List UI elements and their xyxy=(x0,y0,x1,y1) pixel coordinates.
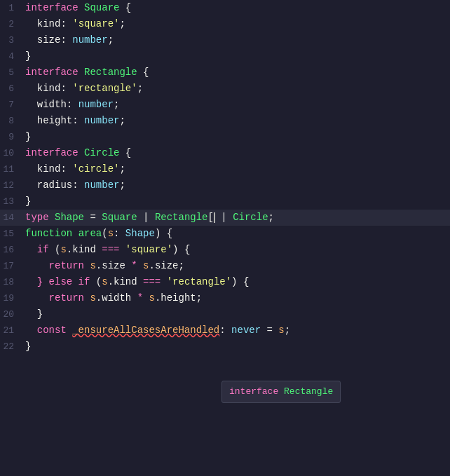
code-line: 20 } xyxy=(0,306,450,322)
token: s xyxy=(108,228,114,239)
token: : xyxy=(114,228,125,239)
token: kind xyxy=(25,163,60,175)
token: Shape xyxy=(125,228,155,239)
token: ; xyxy=(119,18,125,29)
code-line: 6 kind: 'rectangle'; xyxy=(0,81,450,97)
line-number: 4 xyxy=(0,49,25,64)
token: interface xyxy=(25,147,79,158)
line-number: 18 xyxy=(0,275,25,290)
token xyxy=(79,147,84,158)
token: ; xyxy=(178,260,184,271)
token: number xyxy=(72,34,107,46)
line-content: kind: 'circle'; xyxy=(25,161,450,177)
line-content: const _ensureAllCasesAreHandled: never =… xyxy=(25,322,450,338)
token: width xyxy=(102,292,131,304)
line-number: 21 xyxy=(0,323,25,339)
token: function xyxy=(25,228,72,239)
code-line: 4} xyxy=(0,48,450,64)
line-number: 7 xyxy=(0,97,25,113)
line-content: height: number; xyxy=(25,113,450,128)
token: } xyxy=(25,50,31,62)
token: number xyxy=(84,179,119,191)
token: kind xyxy=(114,276,137,287)
token: : xyxy=(60,163,72,175)
token: ( xyxy=(102,228,107,239)
code-line: 11 kind: 'circle'; xyxy=(0,161,450,177)
token: Rectangle xyxy=(155,212,208,223)
tooltip-keyword: interface xyxy=(229,386,278,397)
code-line: 16 if (s.kind === 'square') { xyxy=(0,242,450,258)
token: 'rectangle' xyxy=(72,83,137,94)
code-line: 15function area(s: Shape) { xyxy=(0,226,450,242)
code-line: 18 } else if (s.kind === 'rectangle') { xyxy=(0,274,450,290)
token: { xyxy=(119,2,131,13)
token: . xyxy=(96,260,102,271)
token: * xyxy=(131,260,137,271)
token xyxy=(79,2,84,13)
token: s xyxy=(60,244,66,255)
line-number: 10 xyxy=(0,146,25,161)
token: { xyxy=(137,67,149,78)
code-line: 19 return s.width * s.height; xyxy=(0,290,450,306)
token: | xyxy=(137,212,155,223)
line-content: } xyxy=(25,129,450,144)
token: kind xyxy=(25,18,60,29)
token: . xyxy=(108,276,114,287)
code-line: 17 return s.size * s.size; xyxy=(0,258,450,274)
line-number: 3 xyxy=(0,33,25,48)
line-number: 16 xyxy=(0,243,25,258)
line-number: 19 xyxy=(0,291,25,306)
token: Circle xyxy=(233,212,268,223)
line-content: return s.width * s.height; xyxy=(25,290,450,306)
token: { xyxy=(119,147,131,158)
code-line: 9} xyxy=(0,129,450,145)
line-content: type Shape = Square | Rectangle[ | Circl… xyxy=(25,210,450,225)
token: = xyxy=(261,325,278,336)
token: return xyxy=(25,260,84,271)
token: size xyxy=(25,34,60,46)
code-line: 14type Shape = Square | Rectangle[ | Cir… xyxy=(0,210,450,226)
line-number: 15 xyxy=(0,226,25,242)
line-content: } else if (s.kind === 'rectangle') { xyxy=(25,274,450,290)
token: if xyxy=(25,244,49,255)
token xyxy=(67,325,72,336)
token: width xyxy=(25,99,67,110)
tooltip-type: Rectangle xyxy=(284,386,333,397)
token: interface xyxy=(25,67,79,78)
token: s xyxy=(102,276,107,287)
token: Rectangle xyxy=(84,67,137,78)
token: . xyxy=(67,244,72,255)
token: ( xyxy=(49,244,61,255)
token: * xyxy=(137,292,143,304)
token: = xyxy=(84,212,102,223)
line-content: kind: 'square'; xyxy=(25,16,450,32)
token: } else if xyxy=(25,276,90,287)
line-number: 20 xyxy=(0,307,25,322)
token xyxy=(137,260,143,271)
token: Square xyxy=(84,2,119,13)
token xyxy=(131,292,137,304)
line-number: 11 xyxy=(0,162,25,177)
token: === xyxy=(96,244,125,255)
token: type xyxy=(25,212,49,223)
token: ; xyxy=(108,34,114,46)
token: ( xyxy=(90,276,102,287)
token: : xyxy=(60,83,72,94)
token xyxy=(125,260,131,271)
line-number: 12 xyxy=(0,178,25,193)
line-number: 9 xyxy=(0,130,25,145)
code-line: 7 width: number; xyxy=(0,97,450,113)
line-content: }interface Rectangle xyxy=(25,193,450,209)
line-number: 8 xyxy=(0,114,25,129)
code-line: 12 radius: number; xyxy=(0,177,450,193)
token: 'square' xyxy=(125,244,172,255)
token: s xyxy=(149,292,154,304)
token: === xyxy=(137,276,167,287)
line-content: } xyxy=(25,339,450,354)
line-number: 22 xyxy=(0,339,25,355)
line-content: interface Rectangle { xyxy=(25,64,450,80)
token: s xyxy=(278,325,284,336)
line-content: width: number; xyxy=(25,97,450,112)
token: 'square' xyxy=(72,18,119,29)
token: . xyxy=(96,292,102,304)
